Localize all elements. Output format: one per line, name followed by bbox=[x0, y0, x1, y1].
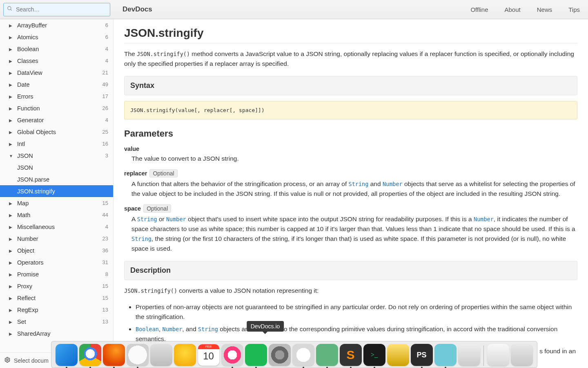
sidebar: ▶ArrayBuffer6▶Atomics6▶Boolean4▶Classes4… bbox=[0, 19, 114, 368]
macos-dock: DevDocs.io bbox=[0, 341, 588, 368]
dock-tooltip: DevDocs.io bbox=[247, 321, 284, 332]
sidebar-category[interactable]: ▶Generator4 bbox=[0, 114, 113, 126]
sidebar-item-count: 21 bbox=[102, 70, 108, 76]
sidebar-category[interactable]: ▶Set13 bbox=[0, 316, 113, 328]
sidebar-item-label: Map bbox=[17, 200, 29, 206]
dock-app-icon[interactable] bbox=[434, 344, 457, 366]
sidebar-category[interactable]: ▶Operators31 bbox=[0, 256, 113, 268]
dock-safari-icon[interactable]: DevDocs.io bbox=[127, 344, 149, 366]
dock-firefox-icon[interactable] bbox=[103, 344, 125, 366]
disclosure-triangle-icon[interactable]: ▶ bbox=[9, 47, 12, 51]
disclosure-triangle-icon[interactable]: ▶ bbox=[9, 35, 12, 39]
sidebar-item-label: Function bbox=[17, 105, 40, 112]
sidebar-category[interactable]: ▶ArrayBuffer6 bbox=[0, 19, 113, 31]
disclosure-triangle-icon[interactable]: ▶ bbox=[9, 23, 12, 27]
sidebar-category[interactable]: ▶Classes4 bbox=[0, 55, 113, 67]
disclosure-triangle-icon[interactable]: ▶ bbox=[9, 106, 12, 110]
sidebar-item-label: Errors bbox=[17, 93, 33, 100]
disclosure-triangle-icon[interactable]: ▶ bbox=[9, 307, 12, 312]
sidebar-entry[interactable]: JSON.parse bbox=[0, 173, 113, 185]
disclosure-triangle-icon[interactable]: ▶ bbox=[9, 319, 12, 324]
nav-news[interactable]: News bbox=[537, 6, 552, 13]
sidebar-category[interactable]: ▶Date49 bbox=[0, 79, 113, 90]
disclosure-triangle-icon[interactable]: ▶ bbox=[9, 201, 12, 205]
doc-content[interactable]: JSON.stringify The JSON.stringify() meth… bbox=[114, 19, 588, 368]
sidebar-category[interactable]: ▶Map15 bbox=[0, 197, 113, 209]
dock-calendar-icon[interactable] bbox=[198, 344, 220, 366]
sidebar-item-count: 4 bbox=[105, 46, 108, 52]
dock-music-icon[interactable] bbox=[221, 344, 243, 366]
sidebar-entry[interactable]: JSON bbox=[0, 162, 113, 173]
sidebar-category[interactable]: ▶Global Objects25 bbox=[0, 126, 113, 138]
page-title: JSON.stringify bbox=[124, 27, 577, 43]
dock-utility-icon[interactable] bbox=[458, 344, 480, 366]
sidebar-item-label: Operators bbox=[17, 259, 43, 266]
sidebar-category[interactable]: ▶Atomics6 bbox=[0, 31, 113, 43]
dock-tips-icon[interactable] bbox=[174, 344, 196, 366]
disclosure-triangle-icon[interactable]: ▶ bbox=[9, 213, 12, 217]
dock-spotlight-icon[interactable] bbox=[292, 344, 314, 366]
dock[interactable]: DevDocs.io bbox=[51, 341, 537, 368]
param-replacer: replacerOptional bbox=[124, 169, 577, 177]
dock-transmit-icon[interactable] bbox=[387, 344, 409, 366]
sidebar-category[interactable]: ▶Promise8 bbox=[0, 268, 113, 280]
dock-sublime-icon[interactable] bbox=[340, 344, 362, 366]
sidebar-category[interactable]: ▶SharedArray bbox=[0, 328, 113, 339]
sidebar-category[interactable]: ▶Errors17 bbox=[0, 90, 113, 102]
disclosure-triangle-icon[interactable]: ▶ bbox=[9, 118, 12, 122]
dock-trash-icon[interactable] bbox=[511, 344, 533, 366]
app-header: DevDocs Offline About News Tips bbox=[0, 0, 588, 19]
dock-chrome-icon[interactable] bbox=[79, 344, 101, 366]
dock-atom-icon[interactable] bbox=[316, 344, 338, 366]
disclosure-triangle-icon[interactable]: ▶ bbox=[9, 70, 12, 75]
sidebar-item-count: 4 bbox=[105, 117, 108, 123]
dock-stack-icon[interactable] bbox=[487, 344, 509, 366]
disclosure-triangle-icon[interactable]: ▼ bbox=[9, 153, 13, 158]
dock-settings-icon[interactable] bbox=[269, 344, 291, 366]
dock-spotify-icon[interactable] bbox=[245, 344, 267, 366]
param-space-desc: A String or Number object that's used to… bbox=[131, 214, 577, 254]
dock-finder-icon[interactable] bbox=[56, 344, 78, 366]
sidebar-item-count: 26 bbox=[102, 105, 108, 111]
disclosure-triangle-icon[interactable]: ▶ bbox=[9, 284, 12, 288]
sidebar-category[interactable]: ▶Math44 bbox=[0, 209, 113, 221]
nav-about[interactable]: About bbox=[505, 6, 521, 13]
disclosure-triangle-icon[interactable]: ▶ bbox=[9, 260, 12, 265]
sidebar-category[interactable]: ▶Object36 bbox=[0, 245, 113, 256]
gear-icon bbox=[4, 357, 11, 364]
dock-phpstorm-icon[interactable] bbox=[411, 344, 433, 366]
disclosure-triangle-icon[interactable]: ▶ bbox=[9, 82, 12, 87]
disclosure-triangle-icon[interactable]: ▶ bbox=[9, 272, 12, 276]
disclosure-triangle-icon[interactable]: ▶ bbox=[9, 94, 12, 99]
sidebar-category[interactable]: ▶Miscellaneous4 bbox=[0, 221, 113, 233]
sidebar-item-label: JSON bbox=[17, 164, 33, 171]
sidebar-category[interactable]: ▶DataView21 bbox=[0, 67, 113, 79]
sidebar-entry[interactable]: JSON.stringify bbox=[0, 185, 113, 197]
sidebar-item-label: DataView bbox=[17, 70, 42, 76]
disclosure-triangle-icon[interactable]: ▶ bbox=[9, 331, 12, 336]
sidebar-category[interactable]: ▶RegExp13 bbox=[0, 304, 113, 316]
nav-offline[interactable]: Offline bbox=[470, 6, 488, 13]
sidebar-category[interactable]: ▶Proxy15 bbox=[0, 280, 113, 292]
disclosure-triangle-icon[interactable]: ▶ bbox=[9, 248, 12, 253]
dock-mail-icon[interactable] bbox=[150, 344, 172, 366]
sidebar-category[interactable]: ▶Boolean4 bbox=[0, 43, 113, 55]
sidebar-category[interactable]: ▶Function26 bbox=[0, 102, 113, 114]
disclosure-triangle-icon[interactable]: ▶ bbox=[9, 130, 12, 134]
dock-iterm-icon[interactable] bbox=[363, 344, 385, 366]
sidebar-item-label: Proxy bbox=[17, 283, 32, 289]
sidebar-category[interactable]: ▼JSON3 bbox=[0, 150, 113, 162]
disclosure-triangle-icon[interactable]: ▶ bbox=[9, 58, 12, 63]
sidebar-category[interactable]: ▶Intl16 bbox=[0, 138, 113, 150]
nav-tips[interactable]: Tips bbox=[568, 6, 580, 13]
disclosure-triangle-icon[interactable]: ▶ bbox=[9, 236, 12, 241]
sidebar-item-count: 49 bbox=[102, 81, 108, 88]
disclosure-triangle-icon[interactable]: ▶ bbox=[9, 141, 12, 146]
sidebar-item-count: 4 bbox=[105, 224, 108, 230]
search-input[interactable] bbox=[3, 3, 110, 16]
disclosure-triangle-icon[interactable]: ▶ bbox=[9, 296, 12, 300]
sidebar-category[interactable]: ▶Reflect15 bbox=[0, 292, 113, 304]
disclosure-triangle-icon[interactable]: ▶ bbox=[9, 224, 12, 229]
sidebar-category[interactable]: ▶Number23 bbox=[0, 233, 113, 245]
sidebar-tree[interactable]: ▶ArrayBuffer6▶Atomics6▶Boolean4▶Classes4… bbox=[0, 19, 113, 352]
